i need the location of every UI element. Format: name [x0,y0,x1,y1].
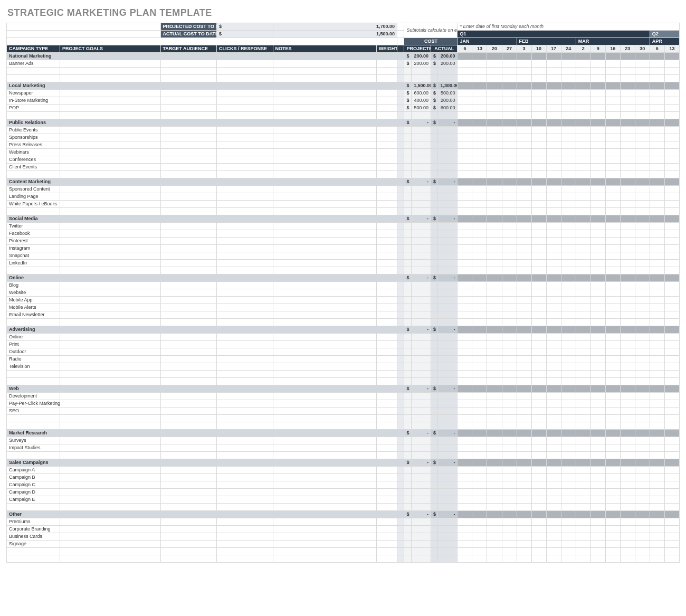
blank-cell[interactable] [273,400,376,407]
campaign-type-cell[interactable]: LinkedIn [7,260,60,267]
campaign-type-cell[interactable]: Email Newsletter [7,311,60,319]
campaign-type-cell[interactable]: Website [7,289,60,297]
campaign-type-cell[interactable]: In-Store Marketing [7,97,60,105]
blank-cell[interactable] [376,90,397,97]
blank-cell[interactable] [160,341,217,348]
blank-cell[interactable] [160,238,217,245]
blank-cell[interactable] [273,171,376,178]
blank-cell[interactable] [217,504,273,511]
campaign-type-cell[interactable]: Banner Ads [7,60,60,68]
blank-cell[interactable] [160,504,217,511]
blank-cell[interactable] [273,407,376,415]
blank-cell[interactable] [273,452,376,459]
blank-cell[interactable] [376,393,397,400]
campaign-type-cell[interactable] [7,75,60,82]
blank-cell[interactable] [160,348,217,356]
blank-cell[interactable] [160,134,217,141]
campaign-type-cell[interactable]: White Papers / eBooks [7,201,60,208]
section-heading[interactable]: Public Relations [7,119,397,127]
blank-cell[interactable] [160,393,217,400]
blank-cell[interactable] [160,467,217,474]
blank-cell[interactable] [376,193,397,201]
blank-cell[interactable] [60,208,160,215]
blank-cell[interactable] [273,149,376,156]
blank-cell[interactable] [273,341,376,348]
blank-cell[interactable] [160,171,217,178]
blank-cell[interactable] [60,267,160,274]
blank-cell[interactable] [217,245,273,252]
blank-cell[interactable] [273,371,376,378]
blank-cell[interactable] [217,304,273,311]
blank-cell[interactable] [60,68,160,75]
blank-cell[interactable] [160,356,217,363]
blank-cell[interactable] [273,467,376,474]
blank-cell[interactable] [217,548,273,555]
blank-cell[interactable] [217,112,273,119]
campaign-type-cell[interactable]: Development [7,393,60,400]
blank-cell[interactable] [217,171,273,178]
blank-cell[interactable] [160,260,217,267]
blank-cell[interactable] [160,193,217,201]
blank-cell[interactable] [273,186,376,193]
campaign-type-cell[interactable]: Snapchat [7,252,60,260]
blank-cell[interactable] [376,518,397,526]
blank-cell[interactable] [60,297,160,304]
blank-cell[interactable] [273,496,376,504]
blank-cell[interactable] [60,134,160,141]
blank-cell[interactable] [376,489,397,496]
blank-cell[interactable] [60,555,160,563]
blank-cell[interactable] [217,201,273,208]
blank-cell[interactable] [376,437,397,444]
blank-cell[interactable] [60,245,160,252]
blank-cell[interactable] [217,141,273,149]
blank-cell[interactable] [273,127,376,134]
blank-cell[interactable] [160,304,217,311]
blank-cell[interactable] [217,319,273,326]
blank-cell[interactable] [60,541,160,548]
blank-cell[interactable] [273,555,376,563]
blank-cell[interactable] [217,437,273,444]
campaign-type-cell[interactable]: Sponsored Content [7,186,60,193]
campaign-type-cell[interactable]: SEO [7,407,60,415]
blank-cell[interactable] [217,481,273,489]
blank-cell[interactable] [217,356,273,363]
blank-cell[interactable] [376,105,397,112]
blank-cell[interactable] [376,356,397,363]
blank-cell[interactable] [60,319,160,326]
blank-cell[interactable] [160,141,217,149]
blank-cell[interactable] [60,311,160,319]
blank-cell[interactable] [60,526,160,533]
blank-cell[interactable] [273,474,376,481]
blank-cell[interactable] [217,311,273,319]
blank-cell[interactable] [217,252,273,260]
blank-cell[interactable] [273,378,376,385]
blank-cell[interactable] [160,75,217,82]
blank-cell[interactable] [376,496,397,504]
blank-cell[interactable] [376,282,397,289]
section-heading[interactable]: Advertising [7,326,397,334]
blank-cell[interactable] [273,193,376,201]
projected-cost-value[interactable]: 1,700.00 [273,23,397,31]
campaign-type-cell[interactable]: Facebook [7,230,60,238]
blank-cell[interactable] [376,400,397,407]
blank-cell[interactable] [60,289,160,297]
blank-cell[interactable] [376,504,397,511]
campaign-type-cell[interactable] [7,415,60,422]
section-heading[interactable]: National Marketing [7,53,397,60]
blank-cell[interactable] [376,452,397,459]
blank-cell[interactable] [60,393,160,400]
blank-cell[interactable] [273,252,376,260]
blank-cell[interactable] [217,400,273,407]
campaign-type-cell[interactable]: Campaign B [7,474,60,481]
section-heading[interactable]: Online [7,274,397,282]
blank-cell[interactable] [273,444,376,452]
blank-cell[interactable] [217,230,273,238]
blank-cell[interactable] [60,356,160,363]
blank-cell[interactable] [60,348,160,356]
blank-cell[interactable] [376,407,397,415]
blank-cell[interactable] [273,304,376,311]
blank-cell[interactable] [273,260,376,267]
blank-cell[interactable] [273,533,376,541]
blank-cell[interactable] [160,452,217,459]
blank-cell[interactable] [217,533,273,541]
